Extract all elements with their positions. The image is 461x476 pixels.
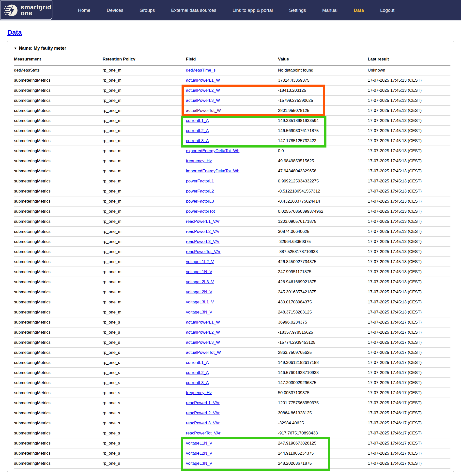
table-row: submeteringMetrics rp_one_s currentL1_A … xyxy=(14,357,450,368)
field-link[interactable]: reacPowerTot_VAr xyxy=(186,431,220,435)
table-row: submeteringMetrics rp_one_m powerFactorL… xyxy=(14,186,450,196)
field-link[interactable]: actualPowerL2_W xyxy=(186,88,220,93)
field-link[interactable]: voltageL3L1_V xyxy=(186,300,214,304)
field-link[interactable]: actualPowerL1_W xyxy=(186,78,220,83)
field-link[interactable]: reacPowerL1_VAr xyxy=(186,401,220,405)
nav-item-devices[interactable]: Devices xyxy=(107,8,123,13)
table-row: submeteringMetrics rp_one_s frequency_Hz… xyxy=(14,388,450,398)
page-title-data-link[interactable]: Data xyxy=(7,29,22,36)
measurement-cell: submeteringMetrics xyxy=(14,146,103,156)
last-result-cell: 17-07-2025 17:45:13 (CEST) xyxy=(368,156,450,166)
collapse-toggle-icon[interactable]: ▼ xyxy=(14,46,17,50)
nav-item-home[interactable]: Home xyxy=(78,8,91,13)
nav-item-external-data-sources[interactable]: External data sources xyxy=(171,8,216,13)
measurement-cell: submeteringMetrics xyxy=(14,85,103,95)
field-cell: reacPowerL1_VAr xyxy=(186,216,278,226)
field-link[interactable]: currentL2_A xyxy=(186,370,209,375)
field-cell: currentL1_A xyxy=(186,357,278,368)
field-cell: reacPowerTot_VAr xyxy=(186,247,278,257)
field-link[interactable]: frequency_Hz xyxy=(186,159,212,163)
field-link[interactable]: frequency_Hz xyxy=(186,390,212,395)
nav-item-settings[interactable]: Settings xyxy=(289,8,306,13)
field-link[interactable]: voltageL3N_V xyxy=(186,310,212,314)
field-cell: voltageL1L2_V xyxy=(186,257,278,267)
table-row: submeteringMetrics rp_one_s voltageL1N_V… xyxy=(14,438,450,448)
field-link[interactable]: powerFactorL2 xyxy=(186,189,214,193)
retention-policy-cell: rp_one_s xyxy=(103,398,186,408)
nav-item-manual[interactable]: Manual xyxy=(322,8,338,13)
value-cell: 426.8450927734375 xyxy=(278,257,368,267)
field-link[interactable]: powerFactorTot xyxy=(186,209,215,214)
retention-policy-cell: rp_one_m xyxy=(103,226,186,237)
table-row: submeteringMetrics rp_one_s actualPowerL… xyxy=(14,337,450,347)
field-link[interactable]: voltageL2N_V xyxy=(186,290,212,294)
field-link[interactable]: actualPowerTot_W xyxy=(186,350,221,355)
field-link[interactable]: voltageL3N_V xyxy=(186,461,212,466)
retention-policy-cell: rp_one_m xyxy=(103,65,186,75)
value-cell: 49.9849853515625 xyxy=(278,156,368,166)
field-cell: actualPowerL2_W xyxy=(186,327,278,337)
field-link[interactable]: currentL1_A xyxy=(186,118,209,123)
value-cell: 0.025576850399374962 xyxy=(278,206,368,216)
field-link[interactable]: exportedEnergyDeltaTot_Wh xyxy=(186,149,239,153)
field-link[interactable]: currentL3_A xyxy=(186,380,209,385)
field-link[interactable]: powerFactorL1 xyxy=(186,179,214,183)
field-link[interactable]: voltageL2L3_V xyxy=(186,280,214,284)
field-link[interactable]: actualPowerTot_W xyxy=(186,108,221,113)
measurement-cell: submeteringMetrics xyxy=(14,186,103,196)
field-link[interactable]: reacPowerL3_VAr xyxy=(186,239,220,244)
last-result-cell: 17-07-2025 17:46:17 (CEST) xyxy=(368,337,450,347)
value-cell: No datapoint found xyxy=(278,65,368,75)
field-link[interactable]: getMeasTime_s xyxy=(186,68,215,73)
field-cell: reacPowerL3_VAr xyxy=(186,237,278,247)
retention-policy-cell: rp_one_m xyxy=(103,156,186,166)
field-link[interactable]: reacPowerTot_VAr xyxy=(186,249,220,254)
nav-item-data[interactable]: Data xyxy=(354,8,364,13)
last-result-cell: 17-07-2025 17:45:13 (CEST) xyxy=(368,105,450,116)
field-link[interactable]: reacPowerL2_VAr xyxy=(186,411,220,415)
brand-logo-box[interactable]: smartgrid one xyxy=(0,0,52,20)
field-link[interactable]: currentL3_A xyxy=(186,138,209,143)
nav-item-link-to-app-portal[interactable]: Link to app & portal xyxy=(232,8,273,13)
field-cell: currentL1_A xyxy=(186,116,278,126)
measurement-cell: submeteringMetrics xyxy=(14,206,103,216)
field-link[interactable]: voltageL1N_V xyxy=(186,441,212,446)
field-cell: voltageL2N_V xyxy=(186,287,278,297)
field-link[interactable]: currentL1_A xyxy=(186,360,209,365)
field-link[interactable]: actualPowerL3_W xyxy=(186,340,220,345)
field-cell: getMeasTime_s xyxy=(186,65,278,75)
field-link[interactable]: currentL2_A xyxy=(186,128,209,133)
measurement-cell: submeteringMetrics xyxy=(14,347,103,357)
measurement-cell: submeteringMetrics xyxy=(14,95,103,105)
value-cell: -15774.2939453125 xyxy=(278,337,368,347)
last-result-cell: 17-07-2025 17:46:17 (CEST) xyxy=(368,347,450,357)
retention-policy-cell: rp_one_m xyxy=(103,287,186,297)
field-link[interactable]: actualPowerL1_W xyxy=(186,320,220,325)
field-link[interactable]: reacPowerL2_VAr xyxy=(186,229,220,234)
field-link[interactable]: voltageL1N_V xyxy=(186,269,212,274)
retention-policy-cell: rp_one_m xyxy=(103,146,186,156)
retention-policy-cell: rp_one_m xyxy=(103,95,186,105)
last-result-cell: 17-07-2025 17:46:17 (CEST) xyxy=(368,327,450,337)
field-link[interactable]: powerFactorL3 xyxy=(186,199,214,204)
field-cell: currentL3_A xyxy=(186,136,278,146)
value-cell: -18357.978515625 xyxy=(278,327,368,337)
field-link[interactable]: voltageL1L2_V xyxy=(186,259,214,264)
field-link[interactable]: voltageL2N_V xyxy=(186,451,212,456)
nav-item-logout[interactable]: Logout xyxy=(380,8,394,13)
field-cell: exportedEnergyDeltaTot_Wh xyxy=(186,146,278,156)
table-row: submeteringMetrics rp_one_m reacPowerL2_… xyxy=(14,226,450,237)
measurement-cell: submeteringMetrics xyxy=(14,75,103,85)
table-row: submeteringMetrics rp_one_m importedEner… xyxy=(14,166,450,176)
field-link[interactable]: importedEnergyDeltaTot_Wh xyxy=(186,169,239,173)
field-link[interactable]: actualPowerL2_W xyxy=(186,330,220,335)
last-result-cell: 17-07-2025 17:45:13 (CEST) xyxy=(368,247,450,257)
value-cell: 247.9190673828125 xyxy=(278,438,368,448)
field-link[interactable]: reacPowerL1_VAr xyxy=(186,219,220,224)
table-row: submeteringMetrics rp_one_m voltageL1N_V… xyxy=(14,267,450,277)
retention-policy-cell: rp_one_m xyxy=(103,257,186,267)
nav-item-groups[interactable]: Groups xyxy=(139,8,155,13)
field-cell: actualPowerL1_W xyxy=(186,75,278,85)
field-link[interactable]: actualPowerL3_W xyxy=(186,98,220,103)
field-link[interactable]: reacPowerL3_VAr xyxy=(186,421,220,425)
